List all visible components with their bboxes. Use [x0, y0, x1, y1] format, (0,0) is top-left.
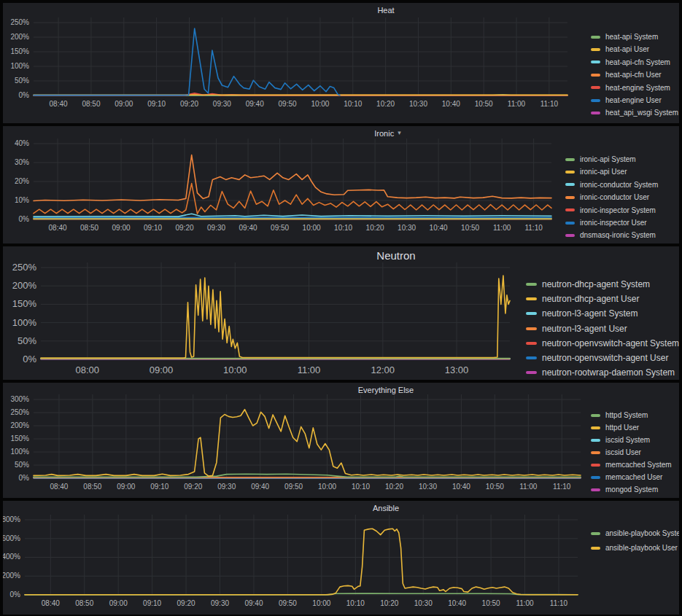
x-axis-tick-label: 09:30	[209, 483, 244, 491]
y-axis-tick-label: 10%	[15, 196, 29, 204]
series-line	[34, 214, 551, 217]
x-axis-tick-label: 10:40	[421, 224, 456, 232]
legend-item[interactable]: dnsmasq-ironic System	[565, 231, 656, 239]
x-axis-tick-label: 09:10	[142, 483, 177, 491]
legend-swatch	[591, 48, 600, 51]
legend-swatch	[591, 414, 600, 417]
legend-item[interactable]: iscsid User	[591, 448, 641, 456]
legend-item[interactable]: ironic-api User	[565, 168, 627, 176]
chart-canvas[interactable]	[3, 501, 679, 615]
legend-item[interactable]: heat-api User	[591, 45, 649, 53]
legend-label: neutron-l3-agent User	[542, 324, 627, 334]
dashboard: { "colors": { "background": "#050505", "…	[0, 0, 682, 616]
x-axis-tick-label: 09:20	[172, 100, 207, 108]
x-axis-tick-label: 10:10	[336, 100, 371, 108]
legend-swatch	[591, 464, 600, 467]
legend-swatch	[591, 488, 600, 491]
legend-item[interactable]: neutron-dhcp-agent System	[526, 279, 650, 289]
x-axis-tick-label: 11:00	[499, 100, 534, 108]
legend-swatch	[591, 99, 600, 102]
legend-item[interactable]: ansible-playbook System	[591, 529, 679, 537]
legend-swatch	[591, 112, 600, 114]
legend-label: heat_api_wsgi System	[605, 109, 678, 117]
legend-item[interactable]: ironic-api System	[565, 155, 636, 163]
x-axis-tick-label: 08:50	[75, 483, 110, 491]
legend-item[interactable]: httpd User	[591, 424, 639, 432]
x-axis-tick-label: 11:00	[508, 599, 543, 607]
legend-label: neutron-dhcp-agent System	[542, 279, 650, 289]
legend-item[interactable]: ironic-conductor System	[565, 181, 658, 189]
legend-label: ironic-inspector System	[580, 206, 656, 214]
x-axis-tick-label: 09:40	[243, 483, 278, 491]
x-axis-tick-label: 09:30	[204, 100, 239, 108]
legend-swatch	[591, 451, 600, 454]
legend-item[interactable]: heat-api-cfn System	[591, 58, 670, 66]
x-axis-tick-label: 13:00	[439, 364, 474, 375]
legend-item[interactable]: neutron-l3-agent User	[526, 324, 627, 334]
legend-swatch	[526, 283, 537, 286]
legend-label: neutron-openvswitch-agent User	[542, 353, 668, 363]
panel-ironic: Ironic▾ 0%10%20%30%40%08:4008:5009:0009:…	[3, 126, 679, 243]
legend-item[interactable]: memcached System	[591, 461, 672, 469]
legend-swatch	[526, 297, 537, 300]
legend-item[interactable]: heat_api_wsgi System	[591, 109, 678, 117]
legend-item[interactable]: ironic-conductor User	[565, 193, 649, 201]
legend-item[interactable]: memcached User	[591, 473, 662, 481]
x-axis-tick-label: 10:00	[310, 483, 345, 491]
y-axis-tick-label: 250%	[12, 262, 36, 273]
legend-item[interactable]: heat-engine System	[591, 84, 670, 92]
legend-swatch	[591, 547, 600, 550]
x-axis-tick-label: 09:10	[139, 100, 174, 108]
legend-item[interactable]: iscsid System	[591, 436, 650, 444]
legend-label: httpd User	[605, 424, 639, 432]
legend-item[interactable]: ironic-inspector System	[565, 206, 656, 214]
legend-swatch	[526, 327, 537, 330]
legend-swatch	[565, 196, 575, 199]
legend-item[interactable]: httpd System	[591, 411, 648, 419]
legend-item[interactable]: neutron-openvswitch-agent System	[526, 338, 679, 348]
y-axis-tick-label: 30%	[15, 158, 29, 166]
x-axis-tick-label: 12:00	[365, 364, 400, 375]
legend-item[interactable]: neutron-rootwrap-daemon System	[526, 367, 675, 378]
legend-item[interactable]: mongod System	[591, 486, 658, 494]
legend-item[interactable]: ironic-inspector User	[565, 219, 647, 227]
x-axis-tick-label: 09:20	[168, 599, 204, 607]
x-axis-tick-label: 10:40	[440, 599, 475, 607]
x-axis-tick-label: 11:10	[532, 100, 567, 108]
x-axis-tick-label: 08:40	[40, 224, 75, 232]
legend-label: memcached System	[605, 461, 672, 469]
legend-label: neutron-openvswitch-agent System	[542, 338, 679, 348]
chart-canvas[interactable]	[3, 383, 679, 498]
legend-label: ironic-api User	[580, 168, 627, 176]
x-axis-tick-label: 10:00	[217, 364, 252, 375]
legend-label: ironic-api System	[580, 155, 636, 163]
x-axis-tick-label: 09:00	[106, 100, 142, 108]
x-axis-tick-label: 10:30	[406, 599, 441, 607]
legend-item[interactable]: neutron-dhcp-agent User	[526, 294, 639, 304]
legend-item[interactable]: heat-engine User	[591, 96, 662, 104]
y-axis-tick-label: 0%	[19, 91, 29, 99]
y-axis-tick-label: 200%	[10, 33, 29, 41]
legend-item[interactable]: ansible-playbook User	[591, 544, 678, 552]
x-axis-tick-label: 09:40	[236, 599, 271, 607]
y-axis-tick-label: 0%	[10, 590, 20, 599]
legend-item[interactable]: heat-api System	[591, 33, 658, 41]
legend-swatch	[565, 171, 575, 174]
x-axis-tick-label: 10:40	[443, 483, 478, 491]
y-axis-tick-label: 400%	[3, 553, 20, 561]
x-axis-tick-label: 09:30	[199, 224, 234, 232]
legend-item[interactable]: heat-api-cfn User	[591, 71, 662, 79]
y-axis-tick-label: 50%	[15, 461, 29, 469]
legend-swatch	[565, 158, 575, 161]
x-axis-tick-label: 10:20	[357, 224, 392, 232]
legend-swatch	[591, 532, 600, 535]
legend-item[interactable]: neutron-openvswitch-agent User	[526, 353, 668, 363]
legend-swatch	[591, 74, 600, 77]
x-axis-tick-label: 10:10	[338, 599, 373, 607]
legend-item[interactable]: neutron-l3-agent System	[526, 308, 638, 319]
y-axis-tick-label: 150%	[12, 298, 36, 309]
x-axis-tick-label: 09:00	[144, 364, 179, 375]
y-axis-tick-label: 20%	[15, 177, 29, 185]
panel-neutron: Neutron 0%50%100%150%200%250%08:0009:001…	[3, 246, 679, 380]
x-axis-tick-label: 10:10	[344, 483, 379, 491]
